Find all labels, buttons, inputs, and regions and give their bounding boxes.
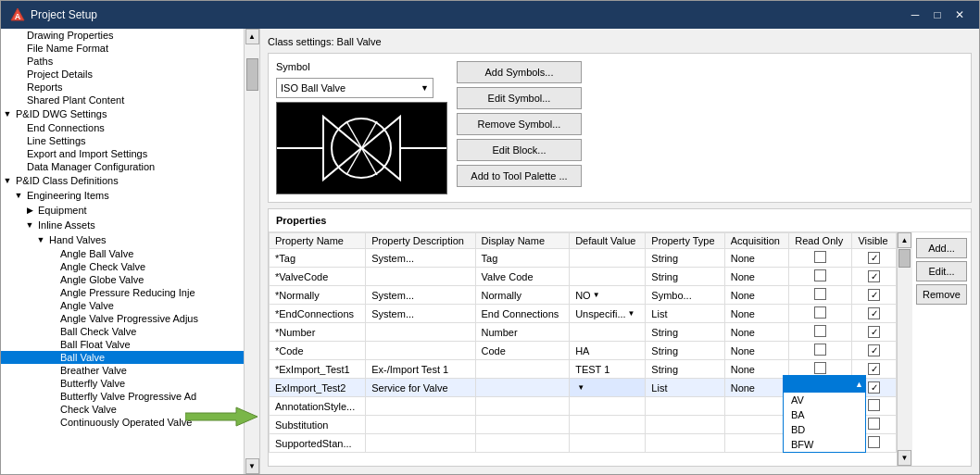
sidebar-item-15[interactable]: ▼Hand Valves: [1, 232, 244, 247]
checkbox-visible-2[interactable]: [868, 289, 880, 301]
checkbox-visible-1[interactable]: [868, 270, 880, 282]
checkbox-visible-0[interactable]: [868, 252, 880, 264]
props-scroll-down[interactable]: ▼: [898, 450, 911, 466]
maximize-button[interactable]: □: [927, 6, 948, 23]
cell-readonly-2[interactable]: [789, 286, 852, 305]
sidebar-item-17[interactable]: Angle Check Valve: [1, 260, 244, 273]
checkbox-visible-4[interactable]: [868, 326, 880, 338]
sidebar-item-26[interactable]: Butterfly Valve: [1, 377, 244, 390]
dropdown-option-av[interactable]: AV: [784, 393, 865, 407]
scroll-up-arrow[interactable]: ▲: [245, 29, 259, 44]
edit-symbol-button[interactable]: Edit Symbol...: [457, 87, 582, 109]
scroll-thumb[interactable]: [246, 58, 258, 91]
sidebar-item-18[interactable]: Angle Globe Valve: [1, 273, 244, 286]
cell-default-val-0[interactable]: [570, 249, 646, 268]
sidebar-item-11[interactable]: ▼P&ID Class Definitions: [1, 173, 244, 188]
sidebar-item-12[interactable]: ▼Engineering Items: [1, 188, 244, 203]
add-property-button[interactable]: Add...: [916, 238, 967, 258]
cell-default-val-6[interactable]: TEST 1: [570, 360, 646, 379]
tree-expander-15[interactable]: ▼: [34, 233, 47, 246]
checkbox-readonly-6[interactable]: [814, 362, 826, 374]
checkbox-visible-10[interactable]: [868, 436, 880, 448]
cell-readonly-5[interactable]: [789, 342, 852, 360]
sidebar-item-25[interactable]: Breather Valve: [1, 364, 244, 377]
sidebar-item-13[interactable]: ▶Equipment: [1, 203, 244, 218]
minimize-button[interactable]: ─: [905, 6, 925, 23]
sidebar-item-6[interactable]: ▼P&ID DWG Settings: [1, 106, 244, 121]
sidebar-item-20[interactable]: Angle Valve: [1, 299, 244, 312]
cell-default-val-7[interactable]: ▼: [570, 379, 646, 397]
checkbox-readonly-1[interactable]: [814, 269, 826, 281]
tree-expander-13[interactable]: ▶: [23, 204, 36, 217]
sidebar-item-27[interactable]: Butterfly Valve Progressive Ad: [1, 390, 244, 403]
props-scroll-thumb[interactable]: [898, 249, 911, 268]
edit-property-button[interactable]: Edit...: [916, 261, 967, 281]
remove-property-button[interactable]: Remove: [916, 284, 967, 305]
sidebar-item-2[interactable]: Paths: [1, 55, 244, 68]
sidebar-item-8[interactable]: Line Settings: [1, 134, 244, 147]
cell-visible-4[interactable]: [852, 323, 897, 342]
sidebar-item-24[interactable]: Ball Valve: [1, 351, 244, 364]
scroll-down-arrow[interactable]: ▼: [245, 458, 259, 474]
cell-visible-3[interactable]: [852, 305, 897, 323]
checkbox-visible-8[interactable]: [868, 399, 880, 411]
edit-block-button[interactable]: Edit Block...: [457, 139, 582, 161]
dropdown-option-ba[interactable]: BA: [784, 407, 865, 422]
cell-default-val-2[interactable]: NO▼: [570, 286, 646, 305]
add-symbols-button[interactable]: Add Symbols...: [457, 61, 582, 83]
cell-readonly-4[interactable]: [789, 323, 852, 342]
tree-expander-12[interactable]: ▼: [12, 189, 25, 202]
dropdown-option-bd[interactable]: BD: [784, 422, 865, 437]
sidebar-item-28[interactable]: Check Valve: [1, 403, 244, 416]
sidebar-item-1[interactable]: File Name Format: [1, 42, 244, 55]
checkbox-readonly-0[interactable]: [814, 251, 826, 263]
cell-visible-0[interactable]: [852, 249, 897, 268]
dropdown-scroll-up[interactable]: ▲: [855, 380, 863, 389]
checkbox-readonly-5[interactable]: [814, 344, 826, 356]
tree-expander-11[interactable]: ▼: [1, 174, 14, 187]
cell-readonly-0[interactable]: [789, 249, 852, 268]
props-scroll-up[interactable]: ▲: [898, 232, 911, 248]
properties-table-scroll[interactable]: Property Name Property Description Displ…: [269, 232, 897, 466]
cell-default-val-1[interactable]: [570, 268, 646, 286]
sidebar-item-3[interactable]: Project Details: [1, 68, 244, 81]
cell-visible-1[interactable]: [852, 268, 897, 286]
cell-default-val-10[interactable]: [570, 434, 646, 453]
checkbox-visible-3[interactable]: [868, 307, 880, 319]
sidebar-item-14[interactable]: ▼Inline Assets: [1, 218, 244, 232]
sidebar-item-21[interactable]: Angle Valve Progressive Adjus: [1, 312, 244, 325]
remove-symbol-button[interactable]: Remove Symbol...: [457, 113, 582, 135]
cell-default-val-3[interactable]: Unspecifi...▼: [570, 305, 646, 323]
cell-readonly-1[interactable]: [789, 268, 852, 286]
sidebar-item-5[interactable]: Shared Plant Content: [1, 94, 244, 106]
checkbox-readonly-3[interactable]: [814, 306, 826, 319]
checkbox-visible-9[interactable]: [868, 418, 880, 430]
cell-visible-2[interactable]: [852, 286, 897, 305]
symbol-dropdown[interactable]: ISO Ball Valve ▼: [276, 78, 433, 98]
sidebar-item-29[interactable]: Continuously Operated Valve: [1, 416, 244, 429]
checkbox-visible-7[interactable]: [868, 381, 880, 394]
sidebar-item-9[interactable]: Export and Import Settings: [1, 147, 244, 160]
checkbox-visible-6[interactable]: [868, 363, 880, 375]
cell-default-val-5[interactable]: HA: [570, 342, 646, 360]
dropdown-option-bfw[interactable]: BFW: [784, 437, 865, 452]
sidebar-item-22[interactable]: Ball Check Valve: [1, 325, 244, 338]
checkbox-readonly-2[interactable]: [814, 288, 826, 300]
sidebar-item-19[interactable]: Angle Pressure Reducing Inje: [1, 286, 244, 299]
sidebar-item-10[interactable]: Data Manager Configuration: [1, 160, 244, 173]
sidebar-item-0[interactable]: Drawing Properties: [1, 29, 244, 42]
cell-readonly-3[interactable]: [789, 305, 852, 323]
sidebar-tree[interactable]: Drawing PropertiesFile Name FormatPathsP…: [1, 29, 244, 474]
sidebar-item-7[interactable]: End Connections: [1, 121, 244, 134]
tree-expander-14[interactable]: ▼: [23, 219, 36, 231]
cell-default-val-4[interactable]: [570, 323, 646, 342]
close-button[interactable]: ✕: [949, 6, 970, 23]
sidebar-item-4[interactable]: Reports: [1, 81, 244, 94]
cell-visible-5[interactable]: [852, 342, 897, 360]
sidebar-item-16[interactable]: Angle Ball Valve: [1, 247, 244, 260]
cell-default-val-8[interactable]: [570, 397, 646, 416]
checkbox-visible-5[interactable]: [868, 344, 880, 356]
checkbox-readonly-4[interactable]: [814, 325, 826, 337]
cell-default-val-9[interactable]: [570, 416, 646, 434]
sidebar-item-23[interactable]: Ball Float Valve: [1, 338, 244, 351]
